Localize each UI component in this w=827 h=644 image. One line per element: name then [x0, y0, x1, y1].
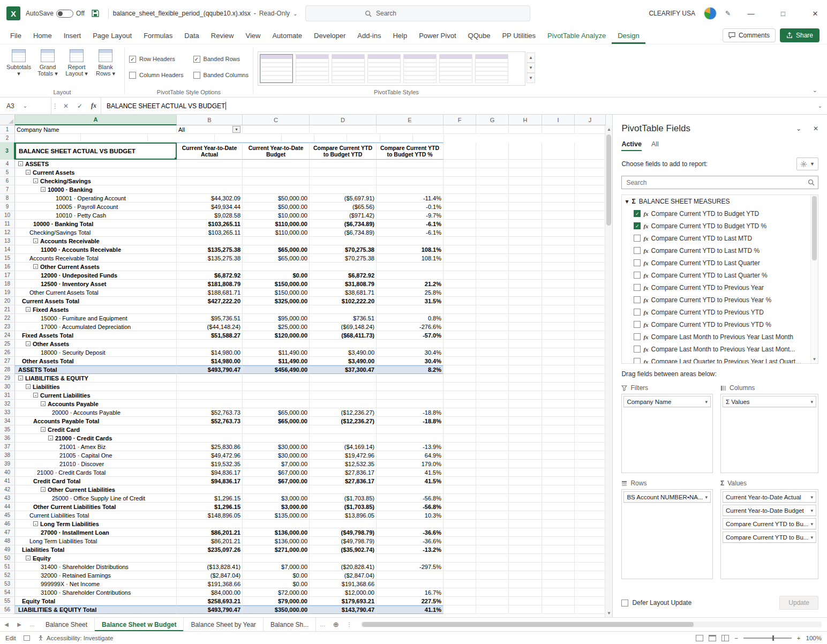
cell-J4[interactable]	[575, 160, 606, 168]
zoom-out-icon[interactable]: −	[734, 635, 738, 641]
pivottable-style-thumbnail[interactable]	[403, 54, 437, 83]
ink-pen-icon[interactable]: ✎	[725, 10, 731, 17]
cell-H35[interactable]	[509, 425, 542, 434]
cell-G28[interactable]	[476, 365, 509, 374]
normal-view-icon[interactable]	[696, 635, 703, 641]
row-header-40[interactable]: 40	[0, 468, 15, 477]
menu-tab-developer[interactable]: Developer	[308, 27, 351, 44]
cell-I16[interactable]	[542, 263, 575, 271]
cell-G29[interactable]	[476, 374, 509, 383]
cell-A23[interactable]: 17000 · Accumulated Depreciation	[15, 323, 177, 331]
checkbox-unchecked-icon[interactable]	[634, 296, 641, 303]
cell-F54[interactable]	[443, 588, 476, 597]
cell-F37[interactable]	[443, 443, 476, 451]
row-header-47[interactable]: 47	[0, 528, 15, 537]
row-header-34[interactable]: 34	[0, 417, 15, 425]
cell-C19[interactable]: $150,000.00	[243, 288, 310, 297]
name-box[interactable]: A3 ⌄	[0, 98, 51, 114]
row-header-53[interactable]: 53	[0, 580, 15, 588]
row-header-36[interactable]: 36	[0, 434, 15, 443]
account-name[interactable]: CLEARIFY USA	[649, 10, 695, 17]
sheet-nav-right-icon[interactable]: ▶	[13, 618, 26, 631]
cell-D38[interactable]: $19,472.96	[310, 451, 377, 460]
row-header-21[interactable]: 21	[0, 305, 15, 314]
cell-A7[interactable]: -10000 · Banking	[15, 185, 177, 194]
cell-H8[interactable]	[509, 194, 542, 203]
cell-J35[interactable]	[575, 425, 606, 434]
field-item[interactable]: fxCompare Current YTD to Last MTD	[622, 232, 810, 244]
cell-J30[interactable]	[575, 383, 606, 391]
checkbox-unchecked-icon[interactable]	[129, 72, 136, 79]
cell-G35[interactable]	[476, 425, 509, 434]
cell-G19[interactable]	[476, 288, 509, 297]
cell-J38[interactable]	[575, 451, 606, 460]
cell-C41[interactable]: $67,000.00	[243, 477, 310, 485]
row-header-17[interactable]: 17	[0, 271, 15, 280]
cell-J36[interactable]	[575, 434, 606, 443]
cell-D21[interactable]	[310, 305, 377, 314]
menu-tab-insert[interactable]: Insert	[58, 27, 87, 44]
cell-I25[interactable]	[542, 340, 575, 348]
cell-E14[interactable]: 108.1%	[377, 245, 443, 254]
cell-G54[interactable]	[476, 588, 509, 597]
cell-B48[interactable]: $86,201.21	[177, 537, 243, 545]
cell-C45[interactable]: $135,000.00	[243, 511, 310, 520]
cell-I49[interactable]	[542, 545, 575, 554]
cell-H27[interactable]	[509, 357, 542, 365]
row-header-52[interactable]: 52	[0, 571, 15, 580]
row-header-49[interactable]: 49	[0, 545, 15, 554]
cell-F21[interactable]	[443, 305, 476, 314]
cell-H12[interactable]	[509, 228, 542, 237]
cell-D12[interactable]: ($6,734.89)	[310, 228, 377, 237]
row-header-32[interactable]: 32	[0, 400, 15, 408]
row-header-4[interactable]: 4	[0, 160, 15, 168]
cell-G13[interactable]	[476, 237, 509, 245]
cell-B28[interactable]: $493,790.47	[177, 365, 243, 374]
cell-F29[interactable]	[443, 374, 476, 383]
cell-H10[interactable]	[509, 211, 542, 220]
cell-J46[interactable]	[575, 520, 606, 528]
cell-J50[interactable]	[575, 554, 606, 563]
cell-H29[interactable]	[509, 374, 542, 383]
cell-G23[interactable]	[476, 323, 509, 331]
select-all-button[interactable]	[0, 115, 15, 125]
field-item[interactable]: fxCompare Current YTD to Previous Year %	[622, 294, 810, 306]
cell-E33[interactable]: -18.8%	[377, 408, 443, 417]
cell-C53[interactable]: $0.00	[243, 580, 310, 588]
row-header-28[interactable]: 28	[0, 365, 15, 374]
row-header-33[interactable]: 33	[0, 408, 15, 417]
cell-H21[interactable]	[509, 305, 542, 314]
cell-B21[interactable]	[177, 305, 243, 314]
cell-D48[interactable]: ($49,798.79)	[310, 537, 377, 545]
cell-G15[interactable]	[476, 254, 509, 263]
cell-E50[interactable]	[377, 554, 443, 563]
sheet-tab-balance-sh-[interactable]: Balance Sh...	[264, 618, 316, 631]
cell-I56[interactable]	[542, 605, 575, 614]
row-header-38[interactable]: 38	[0, 451, 15, 460]
subtotals-button[interactable]: Subtotals ▾	[4, 48, 33, 87]
row-header-1[interactable]: 1	[0, 125, 15, 134]
cell-J33[interactable]	[575, 408, 606, 417]
cell-A47[interactable]: 27000 · Installment Loan	[15, 528, 177, 537]
cell-A37[interactable]: 21001 · Amex Biz	[15, 443, 177, 451]
cell-E20[interactable]: 31.5%	[377, 297, 443, 305]
row-header-27[interactable]: 27	[0, 357, 15, 365]
scroll-down-icon[interactable]: ▼	[605, 609, 612, 617]
cell-E37[interactable]: -13.9%	[377, 443, 443, 451]
cell-E9[interactable]: -0.1%	[377, 203, 443, 211]
cell-H51[interactable]	[509, 563, 542, 571]
cell-C17[interactable]: $0.00	[243, 271, 310, 280]
tools-button[interactable]: ▼	[796, 158, 818, 170]
cell-F11[interactable]	[443, 220, 476, 228]
horizontal-scrollbar[interactable]	[361, 621, 822, 627]
cell-H14[interactable]	[509, 245, 542, 254]
cell-G24[interactable]	[476, 331, 509, 340]
pane-options-chevron-icon[interactable]: ⌄	[796, 125, 801, 132]
cell-G7[interactable]	[476, 185, 509, 194]
cell-B23[interactable]: ($44,148.24)	[177, 323, 243, 331]
cell-B44[interactable]: $1,296.15	[177, 503, 243, 511]
row-header-51[interactable]: 51	[0, 563, 15, 571]
cell-J37[interactable]	[575, 443, 606, 451]
cell-H3[interactable]	[509, 143, 542, 160]
cell-H24[interactable]	[509, 331, 542, 340]
